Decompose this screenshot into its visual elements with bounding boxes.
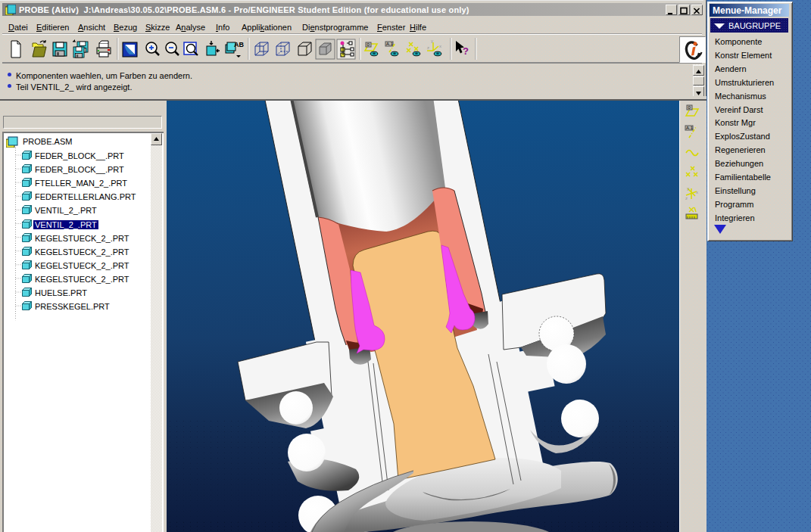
svg-text:?: ?: [463, 45, 469, 57]
svg-text:A.1: A.1: [686, 126, 694, 130]
svg-text:z: z: [685, 196, 688, 201]
svg-text:AB: AB: [234, 41, 244, 48]
svg-text:x: x: [696, 190, 698, 194]
svg-text:y: y: [431, 39, 433, 43]
svg-text:z: z: [427, 45, 429, 50]
svg-text:A.1: A.1: [386, 42, 394, 46]
svg-text:x: x: [439, 44, 441, 48]
svg-text:y: y: [687, 186, 689, 191]
